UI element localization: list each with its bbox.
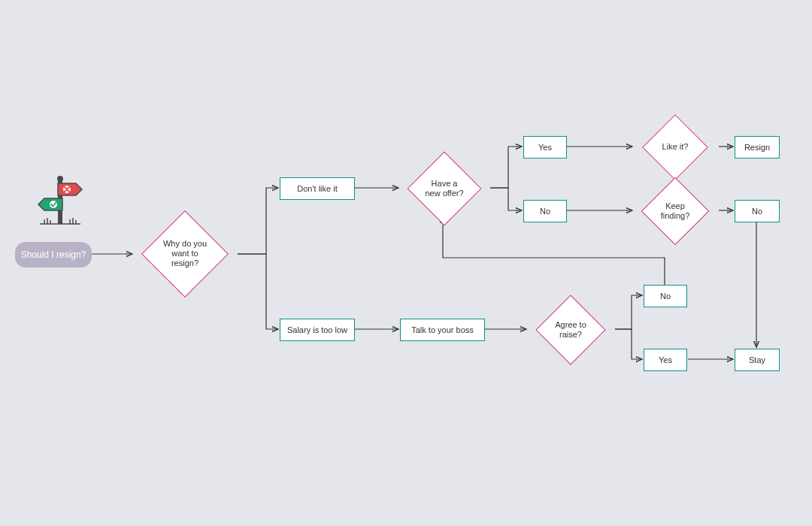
decision-keep-finding-label: Keep finding? [661,201,690,221]
decision-agree-raise: Agree to raise? [526,302,615,358]
rect-stay: Stay [735,349,780,371]
rect-stay-label: Stay [749,355,765,364]
rect-resign-label: Resign [744,143,770,152]
rect-no-1-label: No [540,207,550,216]
decision-new-offer-label: Have a new offer? [425,179,463,198]
rect-yes-1: Yes [523,136,567,159]
decision-agree-raise-label: Agree to raise? [555,320,586,340]
rect-no-3-label: No [660,292,671,301]
svg-point-10 [57,176,63,182]
decision-new-offer: Have a new offer? [398,159,490,218]
rect-salary-low: Salary is too low [280,319,355,341]
rect-dont-like: Don't like it [280,177,355,200]
signpost-illustration [34,173,86,233]
rect-talk-boss-label: Talk to your boss [411,325,474,334]
rect-no-1: No [523,200,567,222]
rect-yes-2: Yes [644,349,687,371]
start-box: Should I resign? [15,242,92,268]
rect-no-3: No [644,285,687,307]
decision-why-resign-label: Why do you want to resign? [159,239,211,269]
rect-no-2: No [735,200,780,222]
connector-layer [0,0,812,526]
rect-dont-like-label: Don't like it [297,184,337,193]
rect-talk-boss: Talk to your boss [400,319,485,341]
rect-resign: Resign [735,136,780,159]
rect-yes-1-label: Yes [538,143,552,152]
decision-why-resign: Why do you want to resign? [132,220,238,288]
decision-like-it: Like it? [632,122,719,173]
decision-keep-finding: Keep finding? [632,184,719,238]
decision-like-it-label: Like it? [662,142,689,152]
rect-no-2-label: No [752,207,762,216]
rect-yes-2-label: Yes [659,355,672,364]
start-label: Should I resign? [21,249,86,260]
flowchart-canvas: Should I resign? Why do you want to resi… [0,0,812,526]
rect-salary-low-label: Salary is too low [287,325,347,334]
